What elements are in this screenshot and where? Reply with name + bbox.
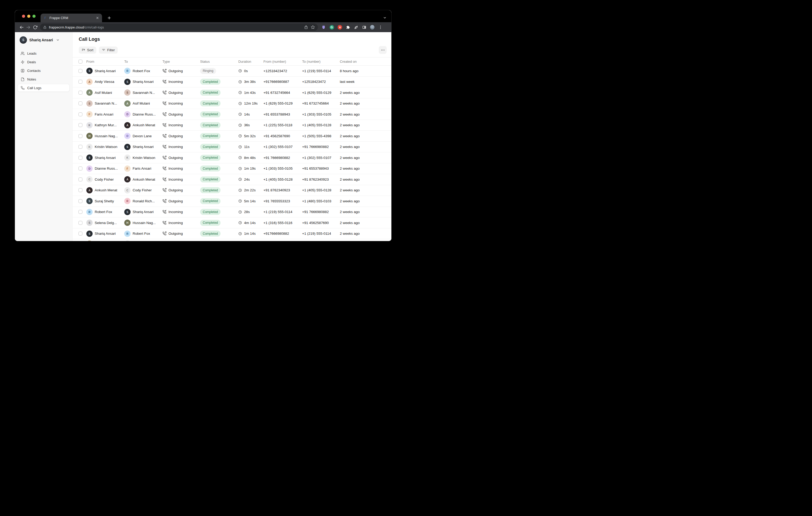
row-checkbox[interactable] xyxy=(79,69,82,73)
type-label: Incoming xyxy=(169,166,183,171)
share-icon[interactable] xyxy=(303,24,310,31)
tab-close-icon[interactable] xyxy=(95,16,99,20)
checkbox-cell xyxy=(79,113,86,116)
table-row[interactable]: SSuraj ShettyRRonald Rich...OutgoingComp… xyxy=(72,196,392,207)
row-checkbox[interactable] xyxy=(79,188,82,192)
type-label: Outgoing xyxy=(169,69,183,73)
sidebar-item-call-logs[interactable]: Call Logs xyxy=(18,84,69,92)
table-row[interactable]: AAnkush MenatCCody FisherOutgoingComplet… xyxy=(72,185,392,196)
row-checkbox[interactable] xyxy=(79,199,82,203)
from-number-cell: +1 (316) 555-0116 xyxy=(263,221,302,225)
sidebar-item-contacts[interactable]: Contacts xyxy=(18,67,69,74)
table-row[interactable]: SShariq AnsariRRobert FoxOutgoingRinging… xyxy=(72,66,392,77)
sidebar-item-notes[interactable]: Notes xyxy=(18,75,69,83)
row-checkbox[interactable] xyxy=(79,145,82,149)
table-row[interactable]: SSelena Delg...HHussain Nag...IncomingCo… xyxy=(72,217,392,229)
column-header-from-number[interactable]: From (number) xyxy=(263,60,302,63)
row-checkbox[interactable] xyxy=(79,91,82,95)
created-on: 2 weeks ago xyxy=(340,199,360,203)
duration-cell: 12m 19s xyxy=(238,101,263,105)
table-row[interactable]: KKristin WatsonSShariq AnsariIncomingCom… xyxy=(72,142,392,153)
from-cell: SShariq Ansari xyxy=(86,68,124,74)
column-header-from[interactable]: From xyxy=(86,60,124,63)
outgoing-call-icon xyxy=(163,232,166,236)
row-checkbox[interactable] xyxy=(79,101,82,105)
column-header-created-on[interactable]: Created on xyxy=(340,60,389,63)
avatar: D xyxy=(124,133,130,139)
table-row[interactable]: RRobert FoxSShariq AnsariIncomingComplet… xyxy=(72,207,392,218)
filter-label: Filter xyxy=(107,48,115,52)
table-row[interactable]: DDianne Russ...FFaris AnsariIncomingComp… xyxy=(72,163,392,174)
table-row[interactable]: KKathryn Mur...AAnkush MenatIncomingComp… xyxy=(72,120,392,131)
type-cell: Outgoing xyxy=(163,134,200,138)
reload-icon[interactable] xyxy=(32,24,38,31)
status-cell: Completed xyxy=(200,100,238,107)
table-row[interactable]: AAsif MulaniSSavannah N...OutgoingComple… xyxy=(72,87,392,98)
avatar: S xyxy=(124,144,130,150)
row-checkbox[interactable] xyxy=(79,178,82,181)
energy-saver-icon[interactable] xyxy=(353,25,359,30)
from-cell: CCody Fisher xyxy=(86,176,124,182)
from-number: +12518423472 xyxy=(263,69,287,73)
table-row[interactable]: CCody FisherAAnkush MenatIncomingComplet… xyxy=(72,174,392,185)
address-bar[interactable]: frappecrm.frappe.cloud/crm/call-logs xyxy=(40,24,318,31)
sidebar-item-deals[interactable]: Deals xyxy=(18,58,69,66)
table-row[interactable]: AAndy ViessaSShariq AnsariIncomingComple… xyxy=(72,77,392,88)
row-checkbox[interactable] xyxy=(79,134,82,138)
main-header: Call Logs xyxy=(72,32,392,42)
to-number-cell: +1 (629) 555-0129 xyxy=(302,91,340,95)
extensions-puzzle-icon[interactable] xyxy=(345,25,351,30)
filter-button[interactable]: Filter xyxy=(99,47,118,54)
status-badge: Completed xyxy=(200,231,221,237)
bookmark-star-icon[interactable] xyxy=(310,24,316,31)
column-header-to[interactable]: To xyxy=(124,60,163,63)
column-header-to-number[interactable]: To (number) xyxy=(302,60,340,63)
checkbox-cell xyxy=(79,166,86,171)
row-checkbox[interactable] xyxy=(79,123,82,127)
table-row[interactable]: SSavannah N...AAsif MulaniIncomingComple… xyxy=(72,98,392,109)
sidebar-toggle-icon[interactable] xyxy=(361,25,367,30)
table-row[interactable]: HHussain Nag...DDevon LaneOutgoingComple… xyxy=(72,131,392,142)
from-cell: SSelena Delg... xyxy=(86,219,124,226)
row-checkbox[interactable] xyxy=(79,232,82,236)
minimize-window-button[interactable] xyxy=(27,14,30,18)
browser-tab[interactable]: F Frappe CRM xyxy=(40,13,102,22)
sort-label: Sort xyxy=(87,48,93,52)
sidebar-item-leads[interactable]: Leads xyxy=(18,50,69,57)
zoom-window-button[interactable] xyxy=(32,14,36,18)
avatar: A xyxy=(124,122,130,128)
row-checkbox[interactable] xyxy=(79,113,82,116)
from-name: Shariq Ansari xyxy=(95,156,116,160)
grammarly-icon[interactable]: G xyxy=(329,25,334,30)
kebab-menu-icon[interactable] xyxy=(378,25,383,30)
row-checkbox[interactable] xyxy=(79,210,82,214)
profile-avatar[interactable] xyxy=(370,25,375,30)
sort-button[interactable]: Sort xyxy=(79,47,96,54)
adblock-icon[interactable] xyxy=(337,25,342,30)
from-name: Shariq Ansari xyxy=(95,69,116,73)
github-extension-icon[interactable] xyxy=(321,25,326,30)
avatar: K xyxy=(86,122,93,128)
clock-icon xyxy=(238,123,242,127)
row-checkbox[interactable] xyxy=(79,221,82,225)
column-header-duration[interactable]: Duration xyxy=(238,60,263,63)
user-menu[interactable]: S Shariq Ansari xyxy=(18,36,69,44)
back-icon[interactable] xyxy=(18,24,25,31)
table-row[interactable]: SShariq AnsariKKristin WatsonOutgoingCom… xyxy=(72,152,392,163)
select-all-checkbox[interactable] xyxy=(79,60,82,63)
url-text[interactable]: frappecrm.frappe.cloud/crm/call-logs xyxy=(49,25,303,29)
new-tab-button[interactable] xyxy=(106,14,112,21)
column-header-status[interactable]: Status xyxy=(200,60,238,63)
row-checkbox[interactable] xyxy=(79,166,82,171)
tab-strip-chevron-icon[interactable] xyxy=(383,16,387,20)
close-window-button[interactable] xyxy=(22,14,25,18)
column-header-type[interactable]: Type xyxy=(163,60,200,63)
table-row[interactable]: FFaris AnsariDDianne Russ...OutgoingComp… xyxy=(72,109,392,120)
forward-icon[interactable] xyxy=(25,24,32,31)
row-checkbox[interactable] xyxy=(79,80,82,84)
row-checkbox[interactable] xyxy=(79,156,82,160)
created-cell: 2 weeks ago xyxy=(340,199,389,203)
more-options-button[interactable] xyxy=(379,46,387,54)
duration-cell: 36s xyxy=(238,123,263,127)
table-row[interactable]: SShariq AnsariRRobert FoxOutgoingComplet… xyxy=(72,229,392,239)
